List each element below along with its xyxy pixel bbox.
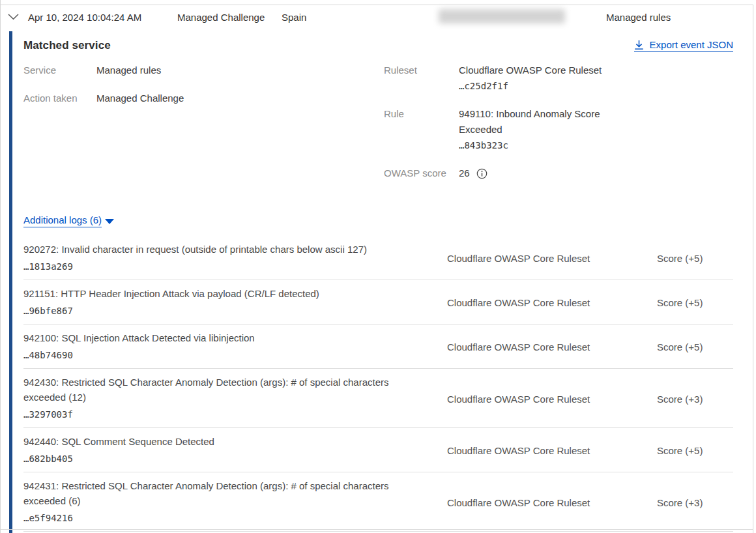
redacted-host — [439, 9, 565, 23]
event-detail-panel: Matched service Export event JSON Servic… — [1, 31, 753, 532]
log-title: 942430: Restricted SQL Character Anomaly… — [23, 375, 411, 405]
additional-logs-list: 920272: Invalid character in request (ou… — [23, 236, 733, 532]
ruleset-value: Cloudflare OWASP Core Ruleset — [459, 63, 602, 78]
event-country: Spain — [282, 12, 306, 23]
info-icon[interactable] — [476, 168, 487, 179]
log-id-hash: …682bb405 — [23, 450, 411, 467]
log-id-hash: …96bfe867 — [23, 302, 411, 319]
log-title: 942431: Restricted SQL Character Anomaly… — [23, 478, 411, 508]
log-score: Score (+5) — [657, 341, 703, 353]
rule-id-hash: …843b323c — [459, 137, 617, 153]
log-score: Score (+3) — [657, 497, 703, 508]
log-row: 942100: SQL Injection Attack Detected vi… — [23, 324, 733, 369]
log-id-hash: …e5f94216 — [23, 510, 411, 526]
log-id-hash: …48b74690 — [23, 347, 411, 364]
rule-value: 949110: Inbound Anomaly Score Exceeded — [459, 106, 617, 137]
log-score: Score (+5) — [657, 297, 703, 308]
table-row-bottom-divider — [1, 529, 753, 530]
additional-logs-toggle[interactable]: Additional logs (6) — [23, 214, 114, 227]
rule-label: Rule — [384, 106, 459, 153]
action-taken-field: Action taken Managed Challenge — [23, 91, 384, 106]
table-right-border — [753, 5, 753, 533]
export-event-json-link[interactable]: Export event JSON — [634, 39, 733, 52]
log-row: 920272: Invalid character in request (ou… — [23, 236, 733, 280]
owasp-score-value: 26 — [459, 166, 470, 181]
ruleset-label: Ruleset — [384, 63, 459, 94]
log-row: 942430: Restricted SQL Character Anomaly… — [23, 369, 733, 428]
export-link-label: Export event JSON — [650, 39, 733, 50]
owasp-score-label: OWASP score — [384, 166, 459, 181]
event-timestamp: Apr 10, 2024 10:04:24 AM — [28, 12, 141, 23]
additional-logs-label: Additional logs (6) — [23, 214, 102, 227]
rule-field: Rule 949110: Inbound Anomaly Score Excee… — [384, 106, 733, 153]
log-ruleset: Cloudflare OWASP Core Ruleset — [447, 297, 657, 308]
log-title: 942100: SQL Injection Attack Detected vi… — [23, 330, 411, 345]
chevron-down-icon[interactable] — [8, 14, 19, 20]
action-taken-value: Managed Challenge — [96, 91, 184, 106]
log-ruleset: Cloudflare OWASP Core Ruleset — [447, 445, 657, 456]
log-row: 921151: HTTP Header Injection Attack via… — [23, 280, 733, 324]
log-row: 942440: SQL Comment Sequence Detected …6… — [23, 428, 733, 472]
log-id-hash: …3297003f — [23, 406, 411, 423]
action-taken-label: Action taken — [23, 91, 96, 106]
download-icon — [634, 40, 644, 50]
service-field: Service Managed rules — [23, 63, 384, 78]
owasp-score-field: OWASP score 26 — [384, 166, 733, 181]
log-title: 920272: Invalid character in request (ou… — [23, 242, 411, 257]
log-id-hash: …1813a269 — [23, 258, 411, 275]
ruleset-field: Ruleset Cloudflare OWASP Core Ruleset …c… — [384, 63, 733, 94]
log-title: 921151: HTTP Header Injection Attack via… — [23, 286, 411, 301]
triangle-down-icon — [105, 219, 114, 224]
event-action: Managed Challenge — [177, 12, 265, 23]
panel-title: Matched service — [23, 39, 111, 52]
log-title: 942440: SQL Comment Sequence Detected — [23, 434, 411, 449]
event-service: Managed rules — [606, 12, 671, 23]
ruleset-id-hash: …c25d2f1f — [459, 78, 602, 94]
service-value: Managed rules — [96, 63, 161, 78]
log-ruleset: Cloudflare OWASP Core Ruleset — [447, 341, 657, 353]
log-score: Score (+5) — [657, 445, 703, 456]
log-ruleset: Cloudflare OWASP Core Ruleset — [447, 394, 657, 405]
log-ruleset: Cloudflare OWASP Core Ruleset — [447, 497, 657, 508]
log-ruleset: Cloudflare OWASP Core Ruleset — [447, 253, 657, 264]
event-row[interactable]: Apr 10, 2024 10:04:24 AM Managed Challen… — [1, 5, 753, 31]
log-score: Score (+3) — [657, 394, 703, 405]
log-score: Score (+5) — [657, 253, 703, 264]
log-row: 942431: Restricted SQL Character Anomaly… — [23, 472, 733, 532]
service-label: Service — [23, 63, 96, 78]
